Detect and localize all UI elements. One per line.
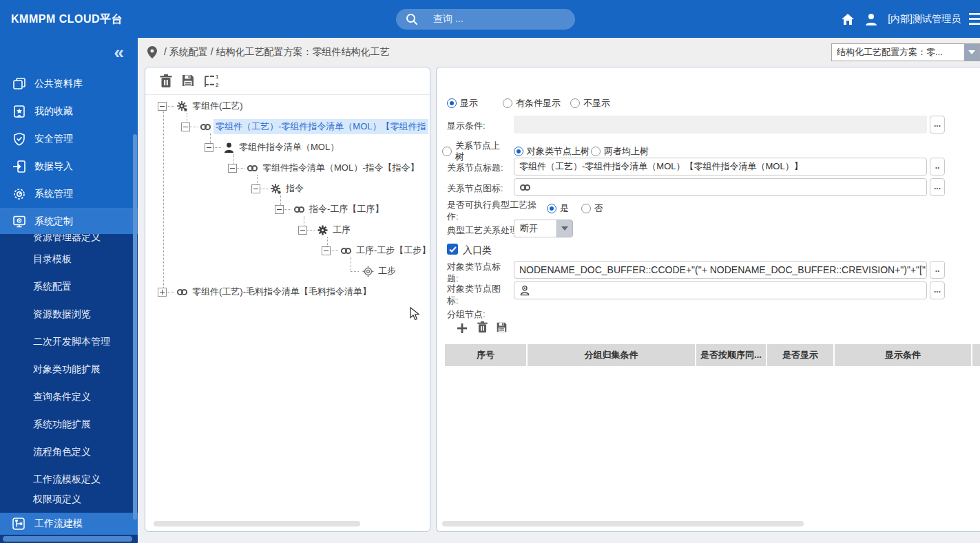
relation-icon-picker-button[interactable]: ... (930, 178, 945, 196)
relation-node-on-tree-option: 关系节点上树 (442, 140, 511, 162)
submenu-item[interactable]: 资源数据浏览 (0, 300, 138, 328)
sidebar-item-label: 公共资料库 (34, 78, 83, 90)
collapse-box-icon[interactable] (322, 246, 331, 255)
radio-conditional-show[interactable] (503, 98, 512, 108)
sidebar-item-public-library[interactable]: 公共资料库 (0, 70, 138, 98)
column-header[interactable]: 显示条件 (835, 344, 972, 366)
submenu-item[interactable]: 系统功能扩展 (0, 410, 138, 438)
delete-icon[interactable] (477, 321, 488, 334)
radio-show[interactable] (447, 98, 457, 108)
collapse-box-icon[interactable] (228, 164, 237, 173)
relation-icon-input[interactable] (514, 178, 927, 196)
tree-node[interactable]: 工步 (145, 261, 398, 281)
radio-no[interactable] (581, 204, 591, 213)
tree-node[interactable]: 工序-工步【工步】 (145, 240, 430, 261)
chain-icon (176, 286, 188, 298)
scheme-select[interactable]: 结构化工艺配置方案：零... (831, 43, 980, 61)
sidebar-item-favorites[interactable]: 我的收藏 (0, 98, 138, 125)
sidebar-item-system-manage[interactable]: 系统管理 (0, 180, 138, 208)
tree-node-selected[interactable]: 零组件（工艺）-零组件指令清单（MOL）【零组件指 (145, 116, 428, 137)
object-node-on-tree-option: 对象类节点上树 两者均上树 (514, 145, 651, 158)
object-title-input[interactable]: NODENAME_DOC_BUFFER::CCODE+"("+ NODENAME… (514, 261, 927, 279)
global-search-input[interactable]: 查询 ... (396, 9, 575, 30)
radio-both-nodes[interactable] (591, 147, 601, 156)
favorites-icon (12, 105, 26, 118)
submenu-item[interactable]: 流程角色定义 (0, 438, 138, 465)
svg-text:2: 2 (216, 82, 219, 88)
delete-icon[interactable] (159, 74, 173, 89)
relation-title-input[interactable]: 零组件（工艺）-零组件指令清单（MOL）【零组件指令清单（MOL）】 (514, 158, 927, 175)
tree-node[interactable]: 工序 (145, 220, 353, 240)
entry-class-checkbox[interactable] (447, 244, 458, 255)
tree-node[interactable]: 指令-工序【工序】 (145, 199, 386, 220)
expand-levels-icon[interactable]: 12 (203, 74, 220, 89)
column-header[interactable]: 是否按顺序同... (696, 344, 767, 366)
submenu-item[interactable]: 系统配置 (0, 273, 138, 300)
collapse-box-icon[interactable] (298, 226, 307, 235)
user-icon[interactable] (864, 12, 878, 26)
sidebar-item-security[interactable]: 安全管理 (0, 125, 138, 153)
entry-class-label: 入口类 (463, 244, 492, 256)
submenu-item[interactable]: 查询条件定义 (0, 383, 138, 410)
sidebar-item-workflow-modeling[interactable]: 工作流建模 (0, 513, 138, 535)
submenu-item[interactable]: 工作流模板定义 (0, 465, 138, 493)
relation-title-picker-button[interactable]: .. (930, 158, 945, 175)
sidebar-item-data-import[interactable]: 数据导入 (0, 153, 138, 180)
sidebar-collapse-icon[interactable]: « (114, 42, 124, 63)
submenu-item[interactable]: 资源管理器定义 (0, 234, 138, 245)
svg-text:1: 1 (216, 74, 219, 80)
tree-node[interactable]: 指令 (145, 178, 306, 199)
tree-node[interactable]: 零组件指令清单（MOL）-指令【指令】 (145, 158, 421, 178)
tree-node[interactable]: 零组件(工艺) (145, 96, 245, 116)
expand-box-icon[interactable] (158, 288, 167, 297)
column-header[interactable]: 序号 (445, 344, 528, 366)
sidebar-vertical-scrollbar[interactable] (133, 134, 137, 520)
radio-relation-node[interactable] (442, 147, 452, 156)
breadcrumb: / 系统配置 / 结构化工艺配置方案：零组件结构化工艺 (147, 38, 389, 67)
chevron-down-icon[interactable] (556, 220, 573, 237)
collapse-box-icon[interactable] (275, 205, 284, 214)
sidebar-submenu: 资源管理器定义 目录模板 系统配置 资源数据浏览 二次开发脚本管理 对象类功能扩… (0, 234, 138, 513)
current-user-label[interactable]: [内部]测试管理员 (888, 13, 961, 25)
radio-object-node[interactable] (514, 147, 523, 156)
typical-rel-value: 断开 (514, 220, 556, 237)
column-header[interactable]: 是否显示 (767, 344, 835, 366)
typical-rel-select[interactable]: 断开 (514, 220, 573, 237)
hamburger-menu-icon[interactable] (969, 13, 980, 25)
node-config-panel: 显示 有条件显示 不显示 显示条件: ... 关系节点上树 对象类节点上树 两者… (436, 67, 980, 532)
save-icon[interactable] (496, 321, 508, 333)
radio-yes[interactable] (547, 204, 556, 213)
collapse-box-icon[interactable] (158, 102, 167, 111)
gear-icon (270, 183, 282, 195)
column-header[interactable]: 分组归集条件 (528, 344, 696, 366)
display-condition-picker-button[interactable]: ... (930, 116, 945, 134)
workflow-icon (12, 518, 25, 530)
collapse-box-icon[interactable] (181, 123, 190, 131)
submenu-item[interactable]: 目录模板 (0, 245, 138, 273)
tree-node[interactable]: 零组件指令清单（MOL） (145, 137, 341, 158)
form-horizontal-scrollbar[interactable] (442, 521, 804, 526)
visibility-radio-group: 显示 有条件显示 不显示 (447, 97, 613, 109)
home-icon[interactable] (841, 12, 855, 26)
submenu-item[interactable]: 对象类功能扩展 (0, 355, 138, 383)
object-icon-input[interactable] (514, 281, 927, 299)
add-icon[interactable] (456, 322, 468, 334)
chain-icon (293, 204, 305, 215)
breadcrumb-bar: / 系统配置 / 结构化工艺配置方案：零组件结构化工艺 结构化工艺配置方案：零.… (138, 38, 980, 67)
chevron-down-icon[interactable] (964, 44, 979, 61)
object-title-picker-button[interactable]: .. (930, 261, 945, 279)
collapse-box-icon[interactable] (205, 143, 213, 152)
collapse-box-icon[interactable] (251, 184, 260, 193)
display-condition-input[interactable] (514, 116, 927, 134)
sidebar-horizontal-scrollbar[interactable] (3, 536, 132, 542)
radio-hide[interactable] (570, 98, 580, 108)
tree-node[interactable]: 零组件(工艺)-毛料指令清单【毛料指令清单】 (145, 281, 373, 302)
sidebar-item-label: 系统定制 (34, 215, 73, 228)
sidebar-item-system-custom[interactable]: 系统定制 (0, 208, 138, 235)
save-icon[interactable] (181, 74, 195, 87)
submenu-item[interactable]: 二次开发脚本管理 (0, 328, 138, 355)
tree-horizontal-scrollbar[interactable] (154, 521, 360, 526)
submenu-item[interactable]: 权限项定义 (0, 493, 138, 505)
library-icon (12, 77, 26, 91)
object-icon-picker-button[interactable]: ... (930, 281, 945, 299)
